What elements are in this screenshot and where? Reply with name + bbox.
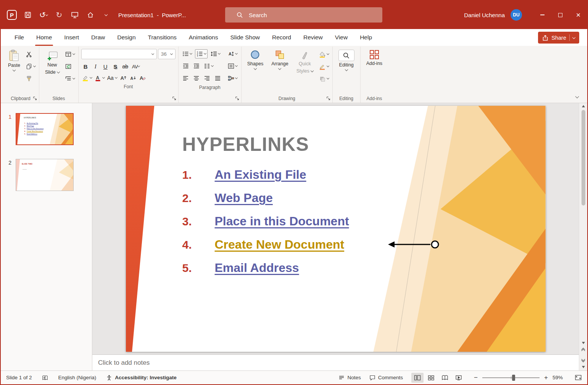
slide-body-textbox[interactable]: 1. An Existing File 2. Web Page 3. Place… (182, 163, 349, 280)
hyperlink-web-page[interactable]: Web Page (215, 191, 273, 205)
smartart-chevron-icon[interactable] (235, 76, 238, 79)
arrange-chevron-icon[interactable] (278, 66, 281, 70)
slide-2-thumbnail[interactable]: SLIDE TWO (16, 159, 74, 191)
slide-indicator[interactable]: Slide 1 of 2 (6, 375, 32, 380)
change-case-chevron-icon[interactable] (115, 76, 118, 79)
justify-button[interactable] (213, 74, 222, 83)
quick-styles-chevron-icon[interactable] (310, 69, 313, 72)
shape-outline-chevron-icon[interactable] (327, 65, 329, 67)
previous-slide-button[interactable] (582, 347, 585, 354)
tab-design[interactable]: Design (111, 29, 142, 46)
zoom-slider-handle[interactable] (512, 375, 515, 381)
redo-button[interactable]: ↻ (55, 10, 64, 20)
align-text-button[interactable] (227, 61, 238, 71)
tab-home[interactable]: Home (30, 29, 58, 46)
bullets-chevron-icon[interactable] (190, 52, 192, 55)
share-chevron-icon[interactable] (572, 36, 575, 39)
font-size-combobox[interactable]: 36 (158, 49, 176, 59)
line-spacing-chevron-icon[interactable] (218, 52, 221, 55)
bold-button[interactable]: B (81, 61, 90, 71)
font-dialog-launcher[interactable] (171, 95, 177, 101)
format-painter-button[interactable] (25, 74, 36, 83)
copy-button[interactable] (25, 62, 36, 71)
close-button[interactable]: × (569, 1, 587, 29)
change-case-button[interactable]: Aa (106, 74, 118, 82)
save-button[interactable] (23, 10, 32, 20)
columns-chevron-icon[interactable] (211, 64, 214, 67)
slide-1-thumbnail[interactable]: HYPERLINKS 1.An Existing File 2.Web Page… (16, 113, 74, 145)
arrow-annotation[interactable] (387, 239, 441, 251)
hyperlink-place-in-document[interactable]: Place in this Document (215, 214, 349, 228)
font-color-button[interactable]: A (94, 74, 105, 82)
vertical-scrollbar[interactable] (579, 103, 587, 370)
align-text-chevron-icon[interactable] (235, 64, 238, 67)
slide-editing-surface[interactable]: HYPERLINKS 1. An Existing File 2. Web Pa… (126, 106, 546, 352)
tab-transitions[interactable]: Transitions (142, 29, 183, 46)
section-chevron-icon[interactable] (72, 77, 75, 79)
paste-button[interactable]: Paste (5, 47, 23, 71)
tab-file[interactable]: File (8, 29, 30, 46)
fit-slide-to-window-button[interactable] (575, 374, 582, 381)
columns-button[interactable] (203, 61, 214, 71)
collapse-ribbon-button[interactable] (573, 93, 581, 100)
account-avatar[interactable]: DU (511, 9, 522, 21)
numbering-chevron-icon[interactable] (204, 52, 206, 55)
decrease-indent-button[interactable] (181, 61, 190, 71)
comments-toggle-button[interactable]: Comments (369, 375, 403, 381)
text-direction-chevron-icon[interactable] (235, 52, 238, 55)
addins-button[interactable]: Add-ins (363, 47, 385, 67)
layout-button[interactable] (64, 50, 76, 58)
normal-view-button[interactable] (411, 373, 424, 383)
clear-formatting-button[interactable]: A (138, 74, 147, 82)
underline-button[interactable]: U (101, 61, 110, 71)
slide-title-textbox[interactable]: HYPERLINKS (182, 133, 309, 155)
strikethrough-button[interactable]: ab (121, 61, 130, 71)
increase-indent-button[interactable] (192, 61, 201, 71)
font-size-chevron-icon[interactable] (170, 52, 173, 55)
text-highlight-button[interactable] (81, 74, 93, 82)
start-slideshow-button[interactable] (70, 10, 79, 20)
drawing-dialog-launcher[interactable] (325, 95, 331, 101)
copy-chevron-icon[interactable] (33, 65, 36, 67)
search-box[interactable]: Search (225, 7, 382, 23)
align-center-button[interactable] (192, 74, 201, 83)
cut-button[interactable] (25, 50, 36, 58)
font-name-chevron-icon[interactable] (151, 52, 154, 55)
section-button[interactable] (64, 74, 76, 83)
zoom-slider[interactable] (482, 377, 540, 378)
reading-view-button[interactable] (439, 373, 451, 383)
powerpoint-logo-icon[interactable]: P (7, 10, 17, 20)
align-right-button[interactable] (203, 74, 211, 83)
maximize-button[interactable] (551, 1, 569, 29)
slide-sorter-view-button[interactable] (425, 373, 437, 383)
clipboard-dialog-launcher[interactable] (32, 95, 38, 101)
font-name-combobox[interactable] (81, 49, 157, 59)
next-slide-button[interactable] (582, 356, 585, 363)
text-shadow-button[interactable]: S (111, 61, 120, 71)
decrease-font-size-button[interactable]: A (129, 74, 137, 82)
bullets-button[interactable] (181, 49, 193, 58)
reset-button[interactable] (64, 62, 76, 71)
hyperlink-create-new-document[interactable]: Create New Document (215, 238, 345, 252)
scrollbar-thumb[interactable] (582, 110, 585, 205)
shape-effects-chevron-icon[interactable] (327, 77, 329, 79)
customize-qat-button[interactable] (101, 10, 111, 20)
minimize-button[interactable] (533, 1, 551, 29)
italic-button[interactable]: I (91, 61, 100, 71)
paragraph-dialog-launcher[interactable] (234, 95, 240, 101)
tab-help[interactable]: Help (354, 29, 378, 46)
slideshow-view-button[interactable] (453, 373, 465, 383)
scroll-down-icon[interactable] (582, 342, 585, 344)
tab-slide-show[interactable]: Slide Show (224, 29, 266, 46)
spell-check-button[interactable] (42, 375, 48, 381)
paste-chevron-icon[interactable] (13, 68, 16, 71)
new-slide-button[interactable]: New Slide (42, 47, 63, 75)
language-button[interactable]: English (Nigeria) (58, 375, 97, 380)
tab-review[interactable]: Review (297, 29, 329, 46)
shape-effects-button[interactable] (318, 74, 330, 83)
numbering-button[interactable]: 123 (195, 49, 208, 58)
notes-toggle-button[interactable]: Notes (338, 375, 361, 380)
zoom-percentage[interactable]: 59% (553, 375, 566, 380)
layout-chevron-icon[interactable] (72, 52, 75, 55)
text-direction-button[interactable]: A (227, 49, 238, 58)
